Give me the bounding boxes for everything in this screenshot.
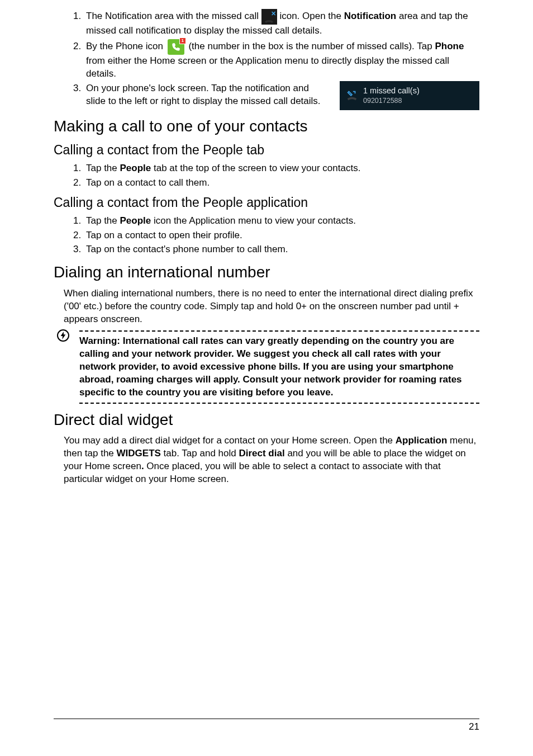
notification-number: 0920172588: [363, 96, 420, 106]
people-tab-steps: Tap the People tab at the top of the scr…: [54, 162, 479, 190]
text: On your phone's lock screen. Tap the not…: [86, 82, 340, 108]
heading-dialing-international: Dialing an international number: [54, 262, 479, 283]
dialing-body-text: When dialing international numbers, ther…: [54, 287, 479, 326]
missed-call-methods-list: The Notification area with the missed ca…: [54, 9, 479, 110]
page-content: The Notification area with the missed ca…: [54, 0, 479, 486]
list-item: Tap on a contact to open their profile.: [84, 229, 479, 242]
text: Tap the: [86, 163, 120, 173]
text-bold: WIDGETS: [117, 448, 161, 459]
lock-screen-notification: 1 missed call(s) 0920172588: [340, 81, 479, 110]
phone-badge-icon: 1: [168, 39, 184, 55]
notification-title: 1 missed call(s): [363, 86, 420, 97]
text: Tap the: [86, 215, 120, 226]
list-item: Tap the People tab at the top of the scr…: [84, 162, 479, 175]
missed-call-phone-icon: [345, 88, 359, 103]
text-bold: Notification: [344, 11, 397, 21]
heading-direct-dial: Direct dial widget: [54, 409, 479, 431]
dashed-divider: [79, 330, 479, 332]
text: tab. Tap and hold: [161, 448, 239, 459]
list-item: Tap on the contact's phone number to cal…: [84, 243, 479, 256]
text-bold: People: [120, 215, 151, 226]
text-bold: Direct dial: [239, 448, 284, 459]
page-footer: 21: [54, 719, 479, 734]
heading-people-app: Calling a contact from the People applic…: [54, 194, 479, 211]
list-item: The Notification area with the missed ca…: [84, 9, 479, 37]
warning-text: Warning: International call rates can va…: [79, 335, 479, 399]
text: icon the Application menu to view your c…: [151, 215, 356, 226]
warning-icon: [57, 329, 69, 342]
text: from either the Home screen or the Appli…: [86, 55, 449, 79]
text: icon. Open the: [277, 11, 344, 21]
direct-dial-body: You may add a direct dial widget for a c…: [54, 434, 479, 486]
text: (the number in the box is the number of …: [186, 41, 435, 51]
text-bold: Application: [396, 435, 448, 446]
text-bold: People: [120, 163, 151, 173]
list-item: Tap the People icon the Application menu…: [84, 215, 479, 228]
text: The Notification area with the missed ca…: [86, 11, 261, 21]
text-bold: Phone: [435, 41, 464, 51]
text: tab at the top of the screen to view you…: [151, 163, 360, 173]
warning-box: Warning: International call rates can va…: [64, 330, 479, 404]
missed-call-icon: ✕: [261, 9, 277, 25]
list-item: By the Phone icon 1 (the number in the b…: [84, 39, 479, 81]
people-app-steps: Tap the People icon the Application menu…: [54, 215, 479, 257]
dashed-divider: [79, 403, 479, 404]
list-item: On your phone's lock screen. Tap the not…: [84, 82, 479, 110]
page-number: 21: [469, 721, 479, 732]
heading-making-call: Making a call to one of your contacts: [54, 116, 479, 137]
text: By the Phone icon: [86, 41, 166, 51]
list-item: Tap on a contact to call them.: [84, 177, 479, 190]
heading-people-tab: Calling a contact from the People tab: [54, 141, 479, 159]
text: You may add a direct dial widget for a c…: [64, 435, 396, 446]
